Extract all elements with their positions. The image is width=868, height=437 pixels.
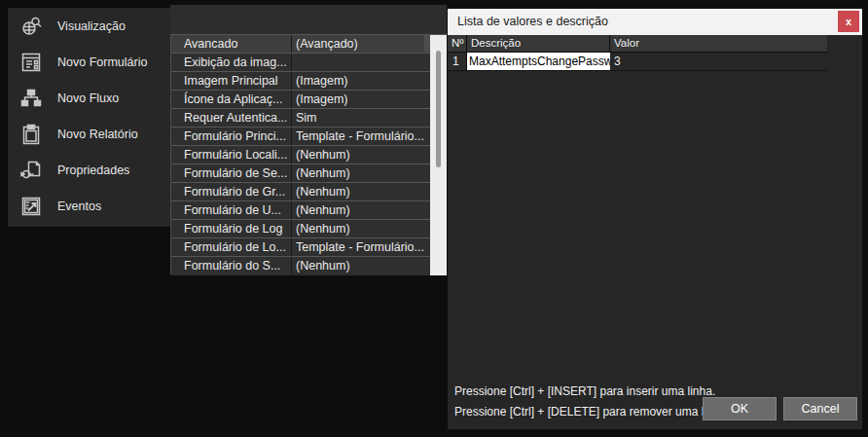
close-icon: x <box>846 9 851 35</box>
property-row[interactable]: Formulário Locali... (Nenhum) <box>171 145 447 164</box>
property-value: (Imagem) <box>292 72 447 90</box>
property-name: Imagem Principal <box>171 72 292 90</box>
property-row[interactable]: Requer Autentica... Sim <box>171 108 447 127</box>
property-value: Sim <box>292 109 447 127</box>
column-header-descricao: Descrição <box>467 35 610 52</box>
table-header: Nº Descrição Valor <box>448 35 827 53</box>
sidebar-item-label: Novo Relatório <box>57 127 138 141</box>
column-header-valor: Valor <box>610 35 827 52</box>
clipboard-icon <box>19 123 43 146</box>
property-name: Formulário de Se... <box>171 164 292 182</box>
dialog-titlebar: Lista de valores e descrição x <box>448 9 862 35</box>
cancel-button[interactable]: Cancel <box>783 397 857 420</box>
property-row[interactable]: Formulário de Lo... Template - Formulári… <box>171 237 447 256</box>
property-value: (Nenhum) <box>292 201 447 219</box>
hint-delete: Pressione [Ctrl] + [DELETE] para remover… <box>454 402 729 422</box>
sidebar-item-visualizacao[interactable]: Visualização <box>8 8 170 44</box>
property-name: Formulário Locali... <box>171 146 292 164</box>
dialog-title: Lista de valores e descrição <box>457 15 608 28</box>
sidebar-menu: Visualização Novo Formulário Novo Fluxo <box>8 8 170 227</box>
property-value: Template - Formulário... <box>292 238 447 256</box>
property-name: Ícone da Aplicaç... <box>171 91 292 108</box>
sidebar-item-label: Visualização <box>57 19 126 33</box>
descricao-edit-cell[interactable]: MaxAttemptsChangePasswo <box>467 53 610 70</box>
property-name: Avancado <box>171 35 292 53</box>
close-button[interactable]: x <box>838 11 859 32</box>
sidebar-item-label: Novo Formulário <box>57 55 147 69</box>
property-row[interactable]: Imagem Principal (Imagem) <box>171 71 447 90</box>
form-icon <box>19 51 43 74</box>
property-name: Formulário de Gr... <box>171 183 292 200</box>
property-value: (Imagem) <box>292 91 447 108</box>
sidebar-item-label: Eventos <box>57 200 101 213</box>
property-grid-rows: Avancado (Avançado) ... Exibição da imag… <box>170 34 447 274</box>
sidebar-item-label: Propriedades <box>57 164 129 177</box>
property-row[interactable]: Formulário de Gr... (Nenhum) <box>171 182 447 200</box>
valor-cell[interactable]: 3 <box>610 53 827 70</box>
dialog-hints: Pressione [Ctrl] + [INSERT] para inserir… <box>454 382 729 422</box>
sidebar-item-label: Novo Fluxo <box>57 91 119 105</box>
property-row[interactable]: Formulário de Se... (Nenhum) <box>171 164 447 182</box>
property-name: Requer Autentica... <box>171 109 292 127</box>
property-grid: Avancado (Avançado) ... Exibição da imag… <box>170 5 447 275</box>
wrench-document-icon <box>19 159 43 182</box>
property-value: (Nenhum) <box>292 146 447 164</box>
hint-insert: Pressione [Ctrl] + [INSERT] para inserir… <box>454 382 729 402</box>
property-row[interactable]: Formulário de U... (Nenhum) <box>171 200 447 219</box>
sidebar-item-eventos[interactable]: Eventos <box>8 188 170 224</box>
row-number-cell[interactable]: 1 <box>448 53 467 70</box>
property-row[interactable]: Formulário de Log (Nenhum) <box>171 219 447 237</box>
property-name: Formulário de Log <box>171 220 292 237</box>
table-row: 1 MaxAttemptsChangePasswo 3 <box>448 53 827 71</box>
property-grid-scrollbar[interactable] <box>430 35 447 275</box>
property-name: Formulário de Lo... <box>171 238 292 256</box>
ok-button[interactable]: OK <box>703 397 777 420</box>
property-name: Formulário Princi... <box>171 127 292 145</box>
column-header-num: Nº <box>448 35 467 52</box>
property-value <box>292 54 447 71</box>
property-grid-header-strip <box>170 5 447 34</box>
values-list-dialog: Lista de valores e descrição x Nº Descri… <box>448 9 862 429</box>
property-value: (Nenhum) <box>292 220 447 237</box>
property-name: Formulário do S... <box>171 257 292 274</box>
property-value: Template - Formulário... <box>292 127 447 145</box>
property-name: Exibição da imag... <box>171 54 292 71</box>
property-row[interactable]: Ícone da Aplicaç... (Imagem) <box>171 90 447 108</box>
property-row-avancado[interactable]: Avancado (Avançado) ... <box>171 34 447 53</box>
property-row[interactable]: Formulário do S... (Nenhum) <box>171 256 447 274</box>
descricao-text: MaxAttemptsChangePasswo <box>469 55 610 68</box>
sidebar-item-novo-formulario[interactable]: Novo Formulário <box>8 44 170 80</box>
property-value: (Nenhum) <box>292 183 447 200</box>
property-value: (Nenhum) <box>292 257 447 274</box>
sidebar-item-propriedades[interactable]: Propriedades <box>8 152 170 188</box>
sidebar-item-novo-relatorio[interactable]: Novo Relatório <box>8 116 170 152</box>
scrollbar-thumb[interactable] <box>436 51 441 167</box>
globe-magnifier-icon <box>19 15 43 38</box>
property-name: Formulário de U... <box>171 201 292 219</box>
property-value: (Nenhum) <box>292 164 447 182</box>
property-row[interactable]: Exibição da imag... <box>171 53 447 71</box>
property-value: (Avançado) <box>292 35 423 53</box>
sidebar-item-novo-fluxo[interactable]: Novo Fluxo <box>8 80 170 116</box>
property-row[interactable]: Formulário Princi... Template - Formulár… <box>171 127 447 145</box>
window-arrow-icon <box>19 195 43 218</box>
flowchart-icon <box>19 87 43 110</box>
